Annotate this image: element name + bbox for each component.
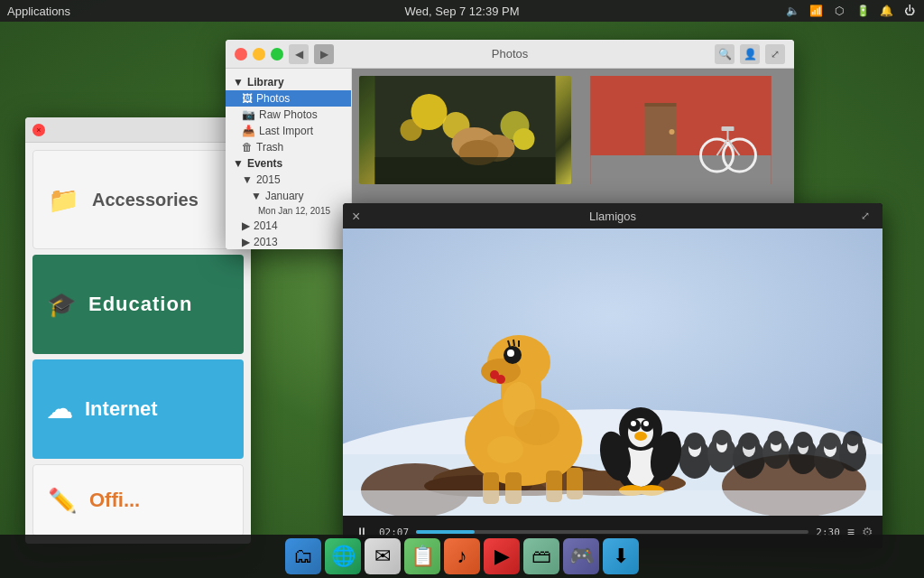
photos-titlebar: ◀ ▶ Photos 🔍 👤 ⤢ bbox=[226, 40, 794, 69]
year-2015-label: 2015 bbox=[256, 173, 281, 186]
sidebar-2013[interactable]: ▶ 2013 bbox=[226, 234, 351, 249]
power-icon[interactable]: ⏻ bbox=[902, 4, 917, 18]
taskbar-music-icon[interactable]: ♪ bbox=[444, 538, 480, 574]
games-icon: 🎮 bbox=[569, 545, 594, 568]
internet-tile[interactable]: ☁ Internet bbox=[32, 359, 244, 459]
events-arrow: ▼ bbox=[233, 157, 244, 170]
media-titlebar: × Llamigos ⤢ bbox=[343, 203, 882, 228]
library-header[interactable]: ▼ Library bbox=[226, 74, 351, 90]
taskbar-download-icon[interactable]: ⬇ bbox=[603, 538, 639, 574]
office-icon: ✏️ bbox=[48, 487, 77, 515]
sidebar-last-import[interactable]: 📥 Last Import bbox=[226, 123, 351, 139]
year-2015-icon: ▼ bbox=[242, 173, 253, 186]
svg-point-30 bbox=[688, 435, 702, 450]
sidebar-2014[interactable]: ▶ 2014 bbox=[226, 218, 351, 234]
svg-point-3 bbox=[401, 119, 422, 141]
sidebar-photos-label: Photos bbox=[256, 92, 290, 105]
photos-fullscreen-button[interactable]: ⤢ bbox=[765, 44, 785, 64]
taskbar-video-icon[interactable]: ▶ bbox=[484, 538, 520, 574]
taskbar-files-icon[interactable]: 🗂 bbox=[285, 538, 321, 574]
photos-back-button[interactable]: ◀ bbox=[289, 44, 309, 64]
events-header[interactable]: ▼ Events bbox=[226, 155, 351, 172]
food-photo-svg bbox=[359, 76, 571, 184]
battery-icon[interactable]: 🔋 bbox=[855, 4, 870, 18]
accessories-icon: 📁 bbox=[48, 185, 79, 215]
photos-maximize-button[interactable] bbox=[271, 48, 283, 61]
sidebar-photos[interactable]: 🖼 Photos bbox=[226, 90, 351, 107]
yr2013-label: 2013 bbox=[254, 236, 278, 248]
svg-point-75 bbox=[487, 436, 523, 463]
svg-point-74 bbox=[514, 409, 559, 445]
app-grid-titlebar: × bbox=[25, 117, 251, 143]
photo-bike[interactable] bbox=[575, 76, 787, 184]
bluetooth-icon[interactable]: ⬡ bbox=[832, 4, 846, 18]
svg-point-68 bbox=[496, 375, 505, 384]
education-tile[interactable]: 🎓 Education bbox=[32, 255, 244, 354]
accessories-label: Accessories bbox=[92, 190, 199, 210]
sidebar-2015[interactable]: ▼ 2015 bbox=[226, 172, 351, 188]
panel-left: Applications bbox=[7, 5, 70, 18]
mail-icon: ✉ bbox=[374, 545, 391, 568]
datetime-display: Wed, Sep 7 12:39 PM bbox=[405, 5, 520, 18]
app-grid-close-button[interactable]: × bbox=[32, 124, 45, 136]
taskbar-games-icon[interactable]: 🎮 bbox=[563, 538, 599, 574]
last-import-icon: 📥 bbox=[242, 125, 255, 137]
svg-point-46 bbox=[796, 434, 810, 448]
media-title: Llamigos bbox=[589, 210, 636, 223]
sidebar-raw-photos[interactable]: 📷 Raw Photos bbox=[226, 107, 351, 123]
svg-point-14 bbox=[670, 129, 675, 135]
photos-search-button[interactable]: 🔍 bbox=[715, 44, 735, 64]
svg-point-38 bbox=[742, 435, 756, 450]
bike-photo-svg bbox=[575, 76, 787, 184]
internet-label: Internet bbox=[85, 397, 158, 421]
education-label: Education bbox=[88, 293, 192, 316]
sidebar-january[interactable]: ▼ January bbox=[226, 188, 351, 204]
browser-icon: 🌐 bbox=[331, 545, 356, 568]
yr2013-icon: ▶ bbox=[242, 236, 250, 248]
files-icon: 🗂 bbox=[293, 545, 313, 568]
notification-icon[interactable]: 🔔 bbox=[879, 4, 893, 18]
svg-rect-9 bbox=[375, 157, 556, 184]
photos-close-button[interactable] bbox=[235, 48, 247, 61]
office-tile[interactable]: ✏️ Offi... bbox=[32, 464, 244, 536]
media-close-button[interactable]: × bbox=[352, 210, 365, 222]
media-progress-bar[interactable] bbox=[416, 530, 808, 534]
panel-right: 🔈 📶 ⬡ 🔋 🔔 ⏻ bbox=[785, 4, 917, 18]
svg-line-65 bbox=[513, 340, 514, 346]
photos-window-controls: ◀ ▶ bbox=[235, 44, 334, 64]
music-icon: ♪ bbox=[457, 545, 467, 568]
svg-rect-11 bbox=[591, 76, 772, 157]
photos-minimize-button[interactable] bbox=[253, 48, 265, 61]
photos-sidebar-icon: 🖼 bbox=[242, 92, 253, 105]
svg-rect-21 bbox=[722, 126, 735, 131]
yr2014-label: 2014 bbox=[254, 219, 278, 232]
photos-forward-button[interactable]: ▶ bbox=[314, 44, 334, 64]
applications-menu[interactable]: Applications bbox=[7, 5, 70, 18]
accessories-tile[interactable]: 📁 Accessories bbox=[32, 150, 244, 249]
media-expand-button[interactable]: ⤢ bbox=[861, 210, 873, 222]
svg-point-63 bbox=[507, 350, 514, 357]
media-player-window: × Llamigos ⤢ bbox=[343, 203, 882, 548]
taskbar-filemgr-icon[interactable]: 🗃 bbox=[523, 538, 559, 574]
taskbar-browser-icon[interactable]: 🌐 bbox=[325, 538, 361, 574]
photos-window-title: Photos bbox=[492, 47, 528, 61]
yr2014-icon: ▶ bbox=[242, 219, 250, 232]
taskbar-notes-icon[interactable]: 📋 bbox=[404, 538, 440, 574]
video-icon: ▶ bbox=[494, 545, 510, 568]
taskbar-mail-icon[interactable]: ✉ bbox=[365, 538, 401, 574]
sidebar-last-import-label: Last Import bbox=[259, 125, 313, 137]
app-grid-body: 📁 Accessories 🎓 Education ☁ Internet ✏️ … bbox=[25, 143, 251, 544]
top-panel: Applications Wed, Sep 7 12:39 PM 🔈 📶 ⬡ 🔋… bbox=[0, 0, 924, 22]
education-icon: 🎓 bbox=[47, 291, 76, 319]
svg-point-34 bbox=[716, 433, 728, 445]
library-arrow: ▼ bbox=[233, 76, 244, 89]
svg-point-8 bbox=[513, 128, 535, 150]
wifi-icon[interactable]: 📶 bbox=[808, 4, 823, 18]
jan12-label: Mon Jan 12, 2015 bbox=[258, 206, 330, 216]
photo-food[interactable] bbox=[359, 76, 571, 184]
photos-account-button[interactable]: 👤 bbox=[740, 44, 760, 64]
volume-icon[interactable]: 🔈 bbox=[785, 4, 799, 18]
sidebar-jan12[interactable]: Mon Jan 12, 2015 bbox=[226, 204, 351, 218]
app-grid-window: × 📁 Accessories 🎓 Education ☁ Internet ✏… bbox=[25, 117, 251, 544]
sidebar-trash[interactable]: 🗑 Trash bbox=[226, 139, 351, 155]
